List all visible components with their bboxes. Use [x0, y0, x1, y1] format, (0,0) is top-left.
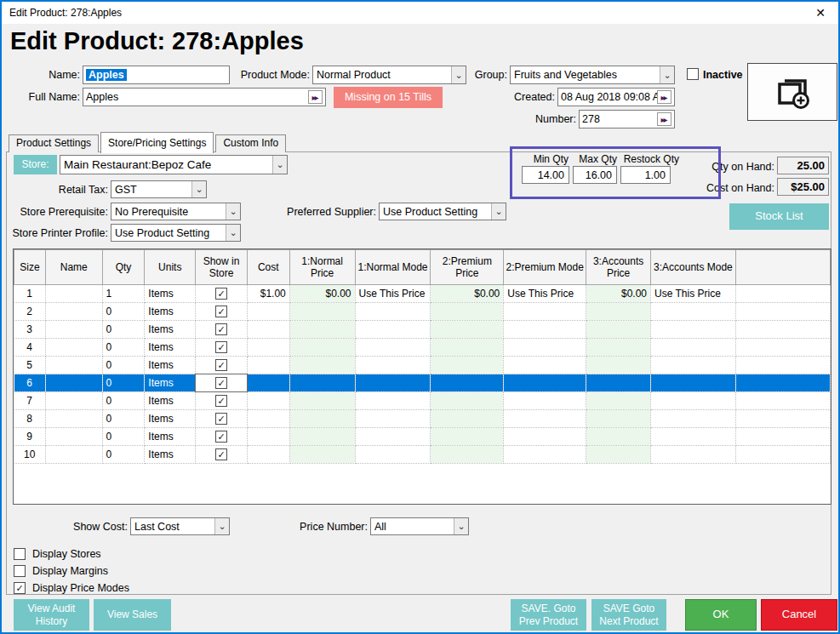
cell-name[interactable]	[45, 428, 102, 446]
store-select[interactable]: Main Restaurant:Bepoz Cafe ⌄	[60, 155, 288, 174]
price-number-select[interactable]: All ⌄	[370, 517, 469, 535]
cell-normal-mode[interactable]	[355, 428, 431, 446]
ok-button[interactable]: OK	[685, 599, 757, 631]
cell-cost[interactable]	[247, 339, 289, 357]
cell-qty[interactable]: 0	[102, 392, 145, 410]
cell-premium-mode[interactable]	[504, 303, 586, 321]
cell-normal-mode[interactable]	[355, 392, 431, 410]
cell-name[interactable]	[45, 357, 102, 374]
cell-premium-mode[interactable]	[504, 392, 586, 410]
cell-normal-price[interactable]	[289, 410, 355, 428]
table-row[interactable]: 40Items✓	[14, 339, 831, 357]
more-icon[interactable]: ▸▸	[308, 90, 323, 104]
inactive-checkbox[interactable]	[687, 68, 699, 80]
store-button[interactable]: Store:	[14, 155, 57, 174]
show-in-store-checkbox[interactable]: ✓	[215, 413, 227, 425]
cell-normal-mode[interactable]	[355, 374, 431, 392]
tab-custom-info[interactable]: Custom Info	[215, 134, 286, 152]
option-display-stores[interactable]: Display Stores	[14, 547, 129, 560]
column-header-1-normal-mode[interactable]: 1:Normal Mode	[355, 250, 431, 285]
cell-show-in-store[interactable]: ✓	[196, 392, 248, 410]
column-header-3-accounts-mode[interactable]: 3:Accounts Mode	[651, 250, 736, 285]
cell-premium-price[interactable]	[431, 428, 504, 446]
missing-tills-button[interactable]: Missing on 15 Tills	[334, 87, 443, 108]
cell-normal-mode[interactable]	[355, 410, 431, 428]
show-in-store-checkbox[interactable]: ✓	[215, 288, 227, 300]
table-row[interactable]: 30Items✓	[14, 321, 831, 339]
cell-cost[interactable]: $1.00	[247, 285, 289, 303]
cell-name[interactable]	[45, 285, 102, 303]
table-row[interactable]: 80Items✓	[14, 410, 831, 428]
checkbox[interactable]: ✓	[14, 582, 26, 594]
chevron-down-icon[interactable]: ⌄	[454, 518, 468, 534]
cell-units[interactable]: Items	[145, 339, 196, 357]
cell-cost[interactable]	[247, 303, 289, 321]
show-in-store-checkbox[interactable]: ✓	[215, 359, 227, 371]
cancel-button[interactable]: Cancel	[761, 599, 837, 631]
store-printer-profile-select[interactable]: Use Product Setting ⌄	[111, 224, 241, 242]
cell-size[interactable]: 8	[14, 410, 46, 428]
cell-name[interactable]	[45, 339, 102, 357]
cell-accounts-mode[interactable]	[651, 428, 736, 446]
cell-premium-price[interactable]	[431, 446, 504, 464]
product-mode-select[interactable]: Normal Product ⌄	[312, 66, 466, 84]
cell-show-in-store[interactable]: ✓	[196, 428, 248, 446]
retail-tax-select[interactable]: GST ⌄	[111, 180, 207, 198]
cell-units[interactable]: Items	[145, 357, 196, 374]
cell-premium-mode[interactable]	[504, 357, 586, 374]
cell-normal-price[interactable]	[289, 357, 355, 374]
cell-premium-price[interactable]	[431, 410, 504, 428]
cell-normal-price[interactable]	[289, 428, 355, 446]
column-header-cost[interactable]: Cost	[247, 250, 289, 285]
cell-show-in-store[interactable]: ✓	[196, 339, 248, 357]
cell-premium-mode[interactable]	[504, 428, 586, 446]
cell-show-in-store[interactable]: ✓	[196, 321, 248, 339]
table-row[interactable]: 20Items✓	[14, 303, 831, 321]
name-input[interactable]: Apples	[83, 66, 230, 84]
cell-premium-mode[interactable]: Use This Price	[504, 285, 586, 303]
table-row[interactable]: 100Items✓	[14, 446, 831, 464]
table-row[interactable]: 70Items✓	[14, 392, 831, 410]
column-header-units[interactable]: Units	[145, 250, 196, 285]
stock-list-button[interactable]: Stock List	[729, 203, 829, 230]
cell-qty[interactable]: 0	[102, 446, 145, 464]
show-in-store-checkbox[interactable]: ✓	[215, 377, 227, 389]
show-in-store-checkbox[interactable]: ✓	[215, 323, 227, 335]
cell-accounts-price[interactable]	[586, 374, 651, 392]
group-select[interactable]: Fruits and Vegetables ⌄	[510, 66, 675, 84]
column-header-1-normal-price[interactable]: 1:Normal Price	[289, 250, 355, 285]
cell-premium-mode[interactable]	[504, 321, 586, 339]
show-in-store-checkbox[interactable]: ✓	[215, 306, 227, 317]
show-in-store-checkbox[interactable]: ✓	[215, 341, 227, 353]
cell-premium-price[interactable]	[431, 357, 504, 374]
cell-normal-price[interactable]	[289, 446, 355, 464]
view-audit-history-button[interactable]: View Audit History	[14, 599, 89, 631]
cell-accounts-price[interactable]	[586, 357, 651, 374]
add-image-button[interactable]	[747, 63, 837, 121]
cell-size[interactable]: 2	[14, 303, 46, 321]
checkbox[interactable]	[14, 565, 26, 577]
cell-qty[interactable]: 0	[102, 357, 145, 374]
cell-units[interactable]: Items	[145, 446, 196, 464]
cell-premium-price[interactable]: $0.00	[431, 285, 504, 303]
cell-normal-price[interactable]	[289, 321, 355, 339]
chevron-down-icon[interactable]: ⌄	[660, 66, 674, 83]
save-goto-prev-button[interactable]: SAVE. Goto Prev Product	[511, 599, 586, 631]
cell-normal-mode[interactable]	[355, 339, 431, 357]
cell-name[interactable]	[45, 410, 102, 428]
cell-premium-price[interactable]	[431, 321, 504, 339]
restock-qty-input[interactable]: 1.00	[620, 166, 671, 184]
cell-accounts-mode[interactable]	[651, 357, 736, 374]
cell-size[interactable]: 6	[14, 374, 46, 392]
cell-normal-mode[interactable]	[355, 357, 431, 374]
cell-accounts-mode[interactable]	[651, 392, 736, 410]
cell-accounts-price[interactable]	[586, 428, 651, 446]
chevron-down-icon[interactable]: ⌄	[226, 225, 240, 241]
column-header-show-in-store[interactable]: Show in Store	[196, 250, 248, 285]
show-in-store-checkbox[interactable]: ✓	[215, 448, 227, 460]
cell-premium-price[interactable]	[431, 374, 504, 392]
cell-show-in-store[interactable]: ✓	[196, 285, 248, 303]
cell-size[interactable]: 10	[14, 446, 46, 464]
cell-cost[interactable]	[247, 392, 289, 410]
cell-premium-price[interactable]	[431, 339, 504, 357]
